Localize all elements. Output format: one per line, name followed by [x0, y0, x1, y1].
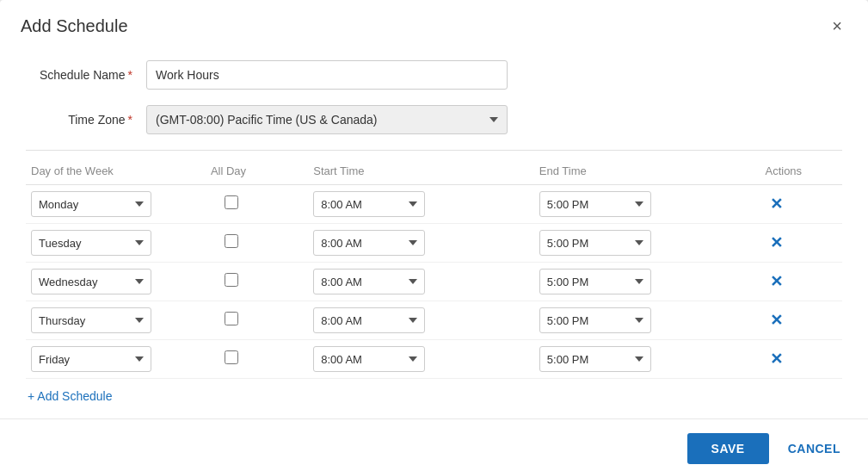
dialog-header: Add Schedule × — [0, 0, 868, 45]
close-button[interactable]: × — [827, 15, 847, 36]
schedule-name-row: Schedule Name* — [26, 60, 842, 90]
allday-checkbox-1[interactable] — [225, 234, 238, 248]
divider — [26, 150, 842, 151]
save-button[interactable]: SAVE — [687, 433, 769, 464]
allday-checkbox-0[interactable] — [225, 195, 238, 209]
col-start-header: Start Time — [308, 158, 534, 185]
end-time-select-4[interactable]: 12:00 AM12:30 AM1:00 AM1:30 AM2:00 AM2:3… — [539, 346, 651, 372]
table-row: SundayMondayTuesdayWednesdayThursdayFrid… — [26, 340, 842, 379]
delete-row-button-0[interactable]: ✕ — [765, 195, 788, 214]
table-row: SundayMondayTuesdayWednesdayThursdayFrid… — [26, 263, 842, 301]
timezone-row: Time Zone* (GMT-08:00) Pacific Time (US … — [26, 105, 842, 134]
end-time-select-0[interactable]: 12:00 AM12:30 AM1:00 AM1:30 AM2:00 AM2:3… — [539, 191, 651, 217]
day-select-4[interactable]: SundayMondayTuesdayWednesdayThursdayFrid… — [31, 346, 151, 372]
day-select-1[interactable]: SundayMondayTuesdayWednesdayThursdayFrid… — [31, 230, 151, 256]
delete-row-button-2[interactable]: ✕ — [765, 272, 788, 291]
day-select-2[interactable]: SundayMondayTuesdayWednesdayThursdayFrid… — [31, 269, 151, 294]
timezone-select[interactable]: (GMT-08:00) Pacific Time (US & Canada) (… — [146, 105, 508, 134]
end-time-select-1[interactable]: 12:00 AM12:30 AM1:00 AM1:30 AM2:00 AM2:3… — [539, 230, 651, 256]
schedule-name-label: Schedule Name* — [26, 68, 146, 82]
add-schedule-row: &#oplus; + Add Schedule — [26, 389, 842, 403]
end-time-select-3[interactable]: 12:00 AM12:30 AM1:00 AM1:30 AM2:00 AM2:3… — [539, 307, 651, 333]
dialog-body: Schedule Name* Time Zone* (GMT-08:00) Pa… — [0, 45, 868, 412]
table-row: SundayMondayTuesdayWednesdayThursdayFrid… — [26, 224, 842, 263]
allday-checkbox-4[interactable] — [225, 350, 238, 364]
add-schedule-button[interactable]: &#oplus; + Add Schedule — [28, 389, 112, 403]
end-time-select-2[interactable]: 12:00 AM12:30 AM1:00 AM1:30 AM2:00 AM2:3… — [539, 269, 651, 294]
col-day-header: Day of the Week — [26, 158, 206, 185]
start-time-select-4[interactable]: 12:00 AM12:30 AM1:00 AM1:30 AM2:00 AM2:3… — [313, 346, 425, 372]
table-header-row: Day of the Week All Day Start Time End T… — [26, 158, 842, 185]
start-time-select-0[interactable]: 12:00 AM12:30 AM1:00 AM1:30 AM2:00 AM2:3… — [313, 191, 425, 217]
delete-row-button-1[interactable]: ✕ — [765, 233, 788, 252]
timezone-label: Time Zone* — [26, 113, 146, 127]
allday-checkbox-3[interactable] — [225, 312, 238, 325]
table-row: SundayMondayTuesdayWednesdayThursdayFrid… — [26, 301, 842, 340]
schedule-table: Day of the Week All Day Start Time End T… — [26, 158, 842, 379]
add-schedule-label: + Add Schedule — [28, 389, 112, 403]
day-select-3[interactable]: SundayMondayTuesdayWednesdayThursdayFrid… — [31, 307, 151, 333]
day-select-0[interactable]: SundayMondayTuesdayWednesdayThursdayFrid… — [31, 191, 151, 217]
delete-row-button-4[interactable]: ✕ — [765, 350, 788, 369]
col-actions-header: Actions — [760, 158, 842, 185]
col-end-header: End Time — [534, 158, 760, 185]
delete-row-button-3[interactable]: ✕ — [765, 311, 788, 330]
cancel-button[interactable]: CANCEL — [781, 433, 847, 464]
start-time-select-3[interactable]: 12:00 AM12:30 AM1:00 AM1:30 AM2:00 AM2:3… — [313, 307, 425, 333]
col-allday-header: All Day — [206, 158, 308, 185]
dialog-footer: SAVE CANCEL — [0, 418, 868, 471]
table-row: SundayMondayTuesdayWednesdayThursdayFrid… — [26, 185, 842, 224]
schedule-name-input[interactable] — [146, 60, 508, 90]
start-time-select-2[interactable]: 12:00 AM12:30 AM1:00 AM1:30 AM2:00 AM2:3… — [313, 269, 425, 294]
allday-checkbox-2[interactable] — [225, 273, 238, 287]
start-time-select-1[interactable]: 12:00 AM12:30 AM1:00 AM1:30 AM2:00 AM2:3… — [313, 230, 425, 256]
add-schedule-dialog: Add Schedule × Schedule Name* Time Zone*… — [0, 0, 868, 471]
dialog-title: Add Schedule — [21, 16, 128, 36]
